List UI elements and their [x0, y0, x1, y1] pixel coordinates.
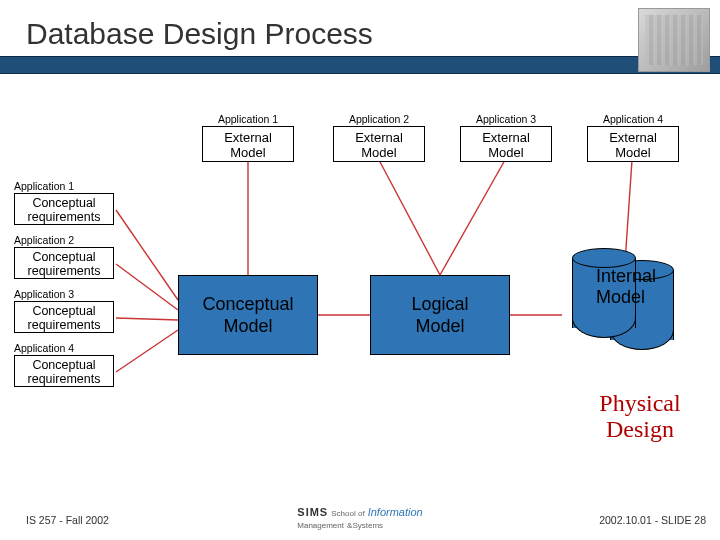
footer-center: SIMS School of Information Management &S… — [297, 506, 422, 530]
physical-design-label: PhysicalDesign — [580, 390, 700, 442]
app-label-4: Application 4 — [587, 113, 679, 125]
slide: Database Design Process Application 1 Ex… — [0, 0, 720, 540]
svg-line-3 — [116, 330, 178, 372]
external-model-4: ExternalModel — [587, 126, 679, 162]
logical-model-box: LogicalModel — [370, 275, 510, 355]
req-group-1: Application 1 Conceptualrequirements — [14, 180, 118, 225]
external-model-3: ExternalModel — [460, 126, 552, 162]
svg-line-1 — [116, 264, 178, 310]
req-box-3: Conceptualrequirements — [14, 301, 114, 333]
req-box-4: Conceptualrequirements — [14, 355, 114, 387]
internal-model-label: InternalModel — [596, 266, 656, 308]
conceptual-model-box: ConceptualModel — [178, 275, 318, 355]
req-label-3: Application 3 — [14, 288, 118, 300]
req-label-2: Application 2 — [14, 234, 118, 246]
footer-right: 2002.10.01 - SLIDE 28 — [599, 514, 706, 526]
req-label-1: Application 1 — [14, 180, 118, 192]
header-photo — [638, 8, 710, 72]
footer-info: Information — [368, 506, 423, 518]
footer-mgmt: Management — [297, 521, 344, 530]
svg-line-0 — [116, 210, 178, 300]
title-stripe — [0, 56, 720, 74]
svg-line-6 — [379, 160, 440, 275]
footer-school: School of — [331, 509, 364, 518]
external-model-2: ExternalModel — [333, 126, 425, 162]
svg-line-7 — [440, 160, 505, 275]
app-label-2: Application 2 — [333, 113, 425, 125]
external-model-1: ExternalModel — [202, 126, 294, 162]
footer-left: IS 257 - Fall 2002 — [26, 514, 109, 526]
req-group-2: Application 2 Conceptualrequirements — [14, 234, 118, 279]
app-label-1: Application 1 — [202, 113, 294, 125]
req-box-2: Conceptualrequirements — [14, 247, 114, 279]
footer-sys: &Systems — [347, 521, 383, 530]
req-group-4: Application 4 Conceptualrequirements — [14, 342, 118, 387]
page-title: Database Design Process — [0, 14, 720, 54]
svg-line-2 — [116, 318, 178, 320]
internal-model-cylinders: InternalModel — [562, 248, 692, 358]
req-group-3: Application 3 Conceptualrequirements — [14, 288, 118, 333]
app-label-3: Application 3 — [460, 113, 552, 125]
footer-sims: SIMS — [297, 506, 328, 518]
req-label-4: Application 4 — [14, 342, 118, 354]
req-box-1: Conceptualrequirements — [14, 193, 114, 225]
